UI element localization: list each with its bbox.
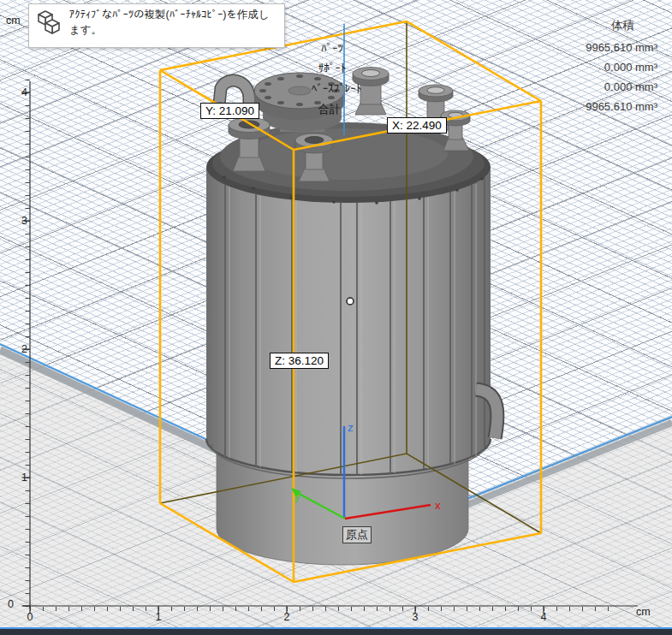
dimension-z-label: Z: 36.120: [270, 353, 329, 369]
ruler-left-unit: cm: [6, 15, 21, 27]
pivot-marker: [347, 298, 354, 305]
dimension-x-label: X: 22.490: [387, 117, 447, 134]
ruler-left-0: 0: [2, 598, 14, 610]
ruler-bottom-1: 1: [150, 611, 167, 623]
tank-model[interactable]: [206, 68, 497, 566]
volume-label-support: ｻﾎﾟｰﾄ: [277, 62, 388, 74]
volume-label-baseplate: ﾍﾞｰｽﾌﾟﾚｰﾄ: [281, 82, 392, 95]
volume-label-parts: ﾊﾟｰﾂ: [277, 42, 388, 55]
ruler-left-4: 4: [15, 86, 27, 98]
dimension-y-label: Y: 21.090: [200, 103, 259, 119]
ruler-bottom-0: 0: [21, 611, 39, 623]
ruler-left-3: 3: [15, 215, 27, 227]
volume-value-baseplate: 0.000 mm³: [604, 80, 657, 93]
ruler-left-1: 1: [15, 472, 27, 484]
axis-z-letter: z: [348, 421, 354, 434]
tooltip-text: ｱｸﾃｨﾌﾞなﾊﾟｰﾂの複製(ﾊﾞｰﾁｬﾙｺﾋﾟｰ)を作成します。: [69, 8, 279, 38]
scene-render[interactable]: [0, 0, 672, 635]
volume-panel-title: 体積: [611, 18, 634, 33]
origin-label: 原点: [342, 526, 372, 543]
bottom-panel-strip: [0, 629, 672, 635]
tooltip-copy-parts: ｱｸﾃｨﾌﾞなﾊﾟｰﾂの複製(ﾊﾞｰﾁｬﾙｺﾋﾟｰ)を作成します。: [28, 3, 285, 48]
ruler-bottom-2: 2: [278, 611, 295, 623]
ruler-bottom-4: 4: [535, 611, 552, 623]
ruler-bottom-unit: cm: [636, 606, 651, 618]
volume-value-support: 0.000 mm³: [604, 61, 657, 74]
volume-value-total: 9965.610 mm³: [586, 100, 657, 113]
viewport-3d[interactable]: 体積 9965.610 mm³ 0.000 mm³ 0.000 mm³ 9965…: [0, 0, 672, 635]
volume-label-total: 合計: [274, 102, 385, 117]
ruler-left-2: 2: [15, 343, 27, 355]
volume-value-parts: 9965.610 mm³: [586, 41, 657, 54]
axis-y-letter: y: [294, 490, 300, 502]
ruler-bottom-3: 3: [407, 611, 424, 623]
axis-x-letter: x: [435, 499, 441, 512]
copy-parts-cubes-icon: [33, 8, 64, 42]
